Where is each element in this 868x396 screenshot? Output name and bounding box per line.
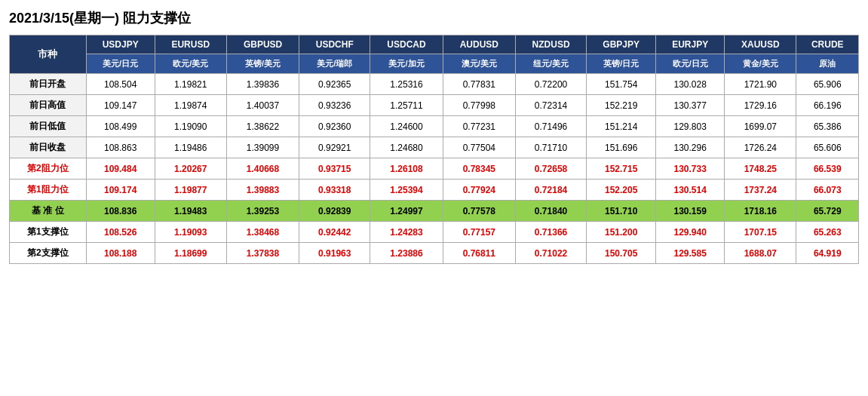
cell-value: 0.71710 [515, 137, 586, 158]
table-row: 第1支撑位108.5261.190931.384680.924421.24283… [10, 222, 859, 243]
cell-value: 151.754 [587, 74, 656, 95]
cell-value: 1.25394 [370, 180, 443, 201]
cell-value: 130.296 [656, 137, 725, 158]
table-row: 前日高值109.1471.198741.400370.932361.257110… [10, 95, 859, 116]
cell-value: 0.77831 [443, 74, 515, 95]
col-header-crude: CRUDE [796, 35, 859, 54]
cell-value: 0.76811 [443, 243, 515, 264]
cell-value: 0.93236 [299, 95, 370, 116]
col-header-usdchf: USDCHF [299, 35, 370, 54]
cell-value: 0.77157 [443, 222, 515, 243]
cell-value: 1.40037 [226, 95, 299, 116]
cell-value: 151.200 [587, 222, 656, 243]
cell-value: 1.39099 [226, 137, 299, 158]
header-row-2: 美元/日元 欧元/美元 英镑/美元 美元/瑞郎 美元/加元 澳元/美元 纽元/美… [10, 54, 859, 74]
cell-value: 108.499 [86, 116, 155, 137]
cell-value: 109.147 [86, 95, 155, 116]
cell-value: 1.25711 [370, 95, 443, 116]
cell-value: 0.72658 [515, 158, 586, 180]
cell-value: 1.20267 [155, 158, 226, 180]
col-sub-usdcad: 美元/加元 [370, 54, 443, 74]
row-label: 第1阻力位 [10, 180, 87, 201]
table-row: 基 准 位108.8361.194831.392530.928391.24997… [10, 201, 859, 222]
cell-value: 0.77998 [443, 95, 515, 116]
col-header-audusd: AUDUSD [443, 35, 515, 54]
cell-value: 0.92360 [299, 116, 370, 137]
col-header-usdjpy: USDJPY [86, 35, 155, 54]
cell-value: 1.24680 [370, 137, 443, 158]
cell-value: 0.72314 [515, 95, 586, 116]
col-sub-xauusd: 黄金/美元 [725, 54, 796, 74]
cell-value: 0.93715 [299, 158, 370, 180]
cell-value: 0.92839 [299, 201, 370, 222]
col-sub-audusd: 澳元/美元 [443, 54, 515, 74]
cell-value: 66.539 [796, 158, 859, 180]
cell-value: 0.72184 [515, 180, 586, 201]
row-label: 第2支撑位 [10, 243, 87, 264]
cell-value: 1.19821 [155, 74, 226, 95]
cell-value: 130.733 [656, 158, 725, 180]
cell-value: 0.71366 [515, 222, 586, 243]
cell-value: 108.836 [86, 201, 155, 222]
col-sub-eurjpy: 欧元/日元 [656, 54, 725, 74]
col-header-gbpusd: GBPUSD [226, 35, 299, 54]
cell-value: 0.91963 [299, 243, 370, 264]
row-label: 第2阻力位 [10, 158, 87, 180]
cell-value: 1.26108 [370, 158, 443, 180]
cell-value: 0.93318 [299, 180, 370, 201]
col-sub-nzdusd: 纽元/美元 [515, 54, 586, 74]
col-header-nzdusd: NZDUSD [515, 35, 586, 54]
data-table: 市种 USDJPY EURUSD GBPUSD USDCHF USDCAD AU… [9, 35, 859, 264]
cell-value: 151.710 [587, 201, 656, 222]
cell-value: 65.606 [796, 137, 859, 158]
cell-value: 1.38468 [226, 222, 299, 243]
cell-value: 0.92442 [299, 222, 370, 243]
cell-value: 129.803 [656, 116, 725, 137]
row-label: 前日低值 [10, 116, 87, 137]
cell-value: 1.25316 [370, 74, 443, 95]
table-row: 前日收盘108.8631.194861.390990.929211.246800… [10, 137, 859, 158]
col-header-label: 市种 [10, 35, 87, 74]
col-sub-gbpusd: 英镑/美元 [226, 54, 299, 74]
cell-value: 0.77578 [443, 201, 515, 222]
cell-value: 1.19877 [155, 180, 226, 201]
cell-value: 1721.90 [725, 74, 796, 95]
header-row-1: 市种 USDJPY EURUSD GBPUSD USDCHF USDCAD AU… [10, 35, 859, 54]
cell-value: 1.37838 [226, 243, 299, 264]
cell-value: 1.39883 [226, 180, 299, 201]
cell-value: 130.028 [656, 74, 725, 95]
cell-value: 66.073 [796, 180, 859, 201]
cell-value: 1.24600 [370, 116, 443, 137]
cell-value: 0.77231 [443, 116, 515, 137]
cell-value: 1.38622 [226, 116, 299, 137]
cell-value: 152.205 [587, 180, 656, 201]
cell-value: 130.377 [656, 95, 725, 116]
cell-value: 64.919 [796, 243, 859, 264]
col-sub-crude: 原油 [796, 54, 859, 74]
table-row: 前日低值108.4991.190901.386220.923601.246000… [10, 116, 859, 137]
col-sub-gbpjpy: 英镑/日元 [587, 54, 656, 74]
cell-value: 1688.07 [725, 243, 796, 264]
cell-value: 1737.24 [725, 180, 796, 201]
cell-value: 1.40668 [226, 158, 299, 180]
cell-value: 108.188 [86, 243, 155, 264]
col-sub-usdjpy: 美元/日元 [86, 54, 155, 74]
col-header-xauusd: XAUUSD [725, 35, 796, 54]
cell-value: 1.18699 [155, 243, 226, 264]
row-label: 第1支撑位 [10, 222, 87, 243]
cell-value: 108.863 [86, 137, 155, 158]
cell-value: 150.705 [587, 243, 656, 264]
cell-value: 108.526 [86, 222, 155, 243]
cell-value: 151.214 [587, 116, 656, 137]
cell-value: 108.504 [86, 74, 155, 95]
cell-value: 1707.15 [725, 222, 796, 243]
table-row: 第2支撑位108.1881.186991.378380.919631.23886… [10, 243, 859, 264]
cell-value: 0.92921 [299, 137, 370, 158]
cell-value: 65.263 [796, 222, 859, 243]
cell-value: 1699.07 [725, 116, 796, 137]
col-header-eurjpy: EURJPY [656, 35, 725, 54]
cell-value: 109.174 [86, 180, 155, 201]
row-label: 前日高值 [10, 95, 87, 116]
row-label: 前日收盘 [10, 137, 87, 158]
cell-value: 65.729 [796, 201, 859, 222]
